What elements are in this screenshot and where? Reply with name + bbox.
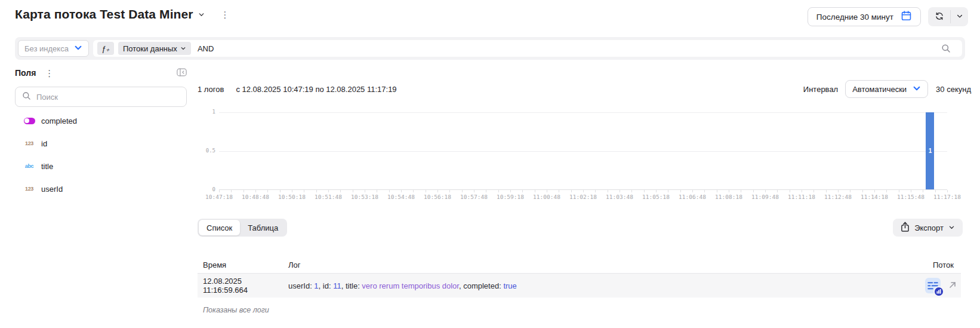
axis-tick [304, 190, 304, 192]
log-message-cell: userId: 1, id: 11, title: vero rerum tem… [288, 281, 889, 290]
collapse-panel-button[interactable] [177, 68, 187, 78]
axis-tick [704, 190, 705, 192]
field-label: title [41, 162, 53, 171]
page-menu-button[interactable]: ⋮ [221, 10, 230, 19]
refresh-button-group [928, 7, 968, 26]
field-label: id [41, 139, 47, 148]
x-axis-label: 10:51:48 [315, 194, 342, 200]
field-list: completed123idabctitle123userId [15, 109, 187, 200]
axis-tick [437, 190, 438, 192]
axis-tick [656, 190, 657, 192]
log-viewer-app: Карта потока Test Data Miner ⋮ Последние… [0, 0, 980, 328]
axis-tick [947, 190, 948, 192]
field-item-title[interactable]: abctitle [15, 155, 187, 177]
axis-tick [717, 190, 717, 192]
data-stream-icon[interactable] [925, 278, 941, 293]
x-axis-label: 11:08:18 [715, 194, 742, 200]
axis-tick [777, 190, 778, 192]
type-glyph: abc [25, 163, 34, 169]
axis-tick [498, 190, 499, 192]
header-actions: Последние 30 минут [808, 7, 968, 26]
fields-header: Поля ⋮ [15, 68, 187, 78]
axis-tick [874, 190, 875, 192]
axis-tick [547, 190, 547, 192]
y-axis-label: 0 [196, 186, 215, 192]
external-link-icon[interactable] [948, 281, 957, 291]
axis-tick [802, 190, 802, 192]
fields-search [15, 87, 187, 107]
index-select-value: Без индекса [24, 44, 69, 53]
field-item-completed[interactable]: completed [15, 109, 187, 132]
export-button[interactable]: Экспорт [893, 219, 963, 237]
chevron-down-icon [74, 44, 82, 54]
axis-tick [401, 190, 402, 192]
axis-tick [899, 190, 899, 192]
axis-tick [644, 190, 645, 192]
axis-tick [449, 190, 450, 192]
boolean-toggle-icon [23, 118, 36, 124]
tab-Таблица[interactable]: Таблица [240, 220, 286, 235]
refresh-options-button[interactable] [951, 7, 968, 26]
interval-step: 30 секунд [936, 85, 971, 94]
axis-tick [753, 190, 754, 192]
table-row[interactable]: 12.08.2025 11:16:59.664userId: 1, id: 11… [198, 274, 961, 298]
x-axis-label: 10:59:18 [497, 194, 524, 200]
axis-tick [522, 190, 523, 192]
axis-tick [510, 190, 511, 192]
type-glyph: 123 [25, 140, 33, 146]
axis-tick [486, 190, 486, 192]
time-range-label: Последние 30 минут [816, 13, 893, 22]
field-item-id[interactable]: 123id [15, 132, 187, 155]
histogram-bar[interactable]: 1 [926, 112, 934, 189]
axis-tick [862, 190, 863, 192]
axis-tick [535, 190, 535, 192]
log-part-key: userId: [288, 281, 314, 290]
log-part-string: vero rerum temporibus dolor [362, 281, 459, 290]
field-item-userId[interactable]: 123userId [15, 177, 187, 200]
summary-row: 1 логов с 12.08.2025 10:47:19 по 12.08.2… [198, 80, 971, 98]
axis-tick [267, 190, 268, 192]
x-axis-label: 11:17:18 [933, 194, 961, 200]
x-axis-label: 11:15:48 [897, 194, 924, 200]
axis-tick [608, 190, 608, 192]
axis-tick [426, 190, 426, 192]
table-header: Время Лог Поток [198, 257, 961, 273]
axis-tick [850, 190, 850, 192]
function-chip[interactable]: ƒ₊ [97, 42, 114, 55]
interval-label: Интервал [803, 85, 838, 94]
axis-tick [692, 190, 693, 192]
query-operator: AND [198, 44, 214, 53]
chevron-down-icon [956, 13, 963, 22]
axis-tick [620, 190, 620, 192]
axis-tick [935, 190, 936, 192]
tab-Список[interactable]: Список [199, 220, 240, 235]
collapse-panel-icon [177, 68, 187, 78]
interval-select-value: Автоматически [852, 85, 907, 94]
interval-select[interactable]: Автоматически [845, 80, 928, 98]
axis-tick [765, 190, 766, 192]
x-axis-label: 10:56:18 [424, 194, 451, 200]
time-range-button[interactable]: Последние 30 минут [808, 7, 921, 26]
fields-search-input[interactable] [36, 93, 180, 102]
query-input[interactable]: ƒ₊ Потоки данных AND [93, 40, 962, 57]
column-header-stream: Поток [889, 260, 961, 269]
axis-tick [729, 190, 729, 192]
log-time-range: с 12.08.2025 10:47:19 по 12.08.2025 11:1… [236, 85, 396, 94]
x-axis-label: 11:02:18 [569, 194, 597, 200]
log-part-number: 11 [333, 281, 341, 290]
axis-tick [316, 190, 317, 192]
refresh-button[interactable] [928, 7, 950, 26]
index-select[interactable]: Без индекса [18, 40, 89, 57]
stream-filter-chip[interactable]: Потоки данных [118, 42, 191, 55]
query-bar: Без индекса ƒ₊ Потоки данных AND [15, 37, 965, 60]
axis-tick [462, 190, 463, 192]
title-dropdown-icon[interactable] [198, 11, 205, 19]
fields-menu-button[interactable]: ⋮ [45, 69, 54, 78]
chevron-down-icon [913, 84, 921, 94]
chevron-down-icon [948, 223, 955, 232]
chevron-down-icon [180, 44, 186, 53]
x-axis-label: 11:00:48 [533, 194, 560, 200]
log-part-key: , title: [341, 281, 362, 290]
gridline [219, 151, 947, 152]
column-header-log: Лог [288, 260, 889, 269]
